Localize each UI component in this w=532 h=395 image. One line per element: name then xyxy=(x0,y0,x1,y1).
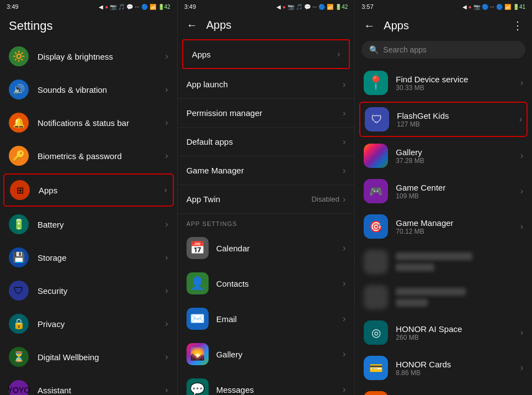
assistant-label: Assistant xyxy=(38,386,165,395)
calendar-label: Calendar xyxy=(216,244,343,253)
blurred-icon-2 xyxy=(364,285,388,309)
email-label: Email xyxy=(216,314,343,324)
game-manager-text: Game Manager 70.12 MB xyxy=(396,218,520,235)
assistant-text: Assistant xyxy=(38,386,165,395)
gallery-text: Gallery xyxy=(216,350,343,359)
apps-icon: ⊞ xyxy=(10,180,30,200)
settings-item-battery[interactable]: 🔋 Battery › xyxy=(0,208,177,241)
settings-list: 🔆 Display & brightness › 🔊 Sounds & vibr… xyxy=(0,38,177,395)
search-bar[interactable]: 🔍 Search apps xyxy=(361,41,525,59)
biometrics-chevron: › xyxy=(165,151,168,161)
settings-item-notifications[interactable]: 🔔 Notifications & status bar › xyxy=(0,106,177,139)
menu-item-app-twin[interactable]: App Twin Disabled › xyxy=(178,185,355,214)
settings-item-storage[interactable]: 💾 Storage › xyxy=(0,241,177,274)
settings-item-security[interactable]: 🛡 Security › xyxy=(0,274,177,307)
security-chevron: › xyxy=(165,286,168,296)
back-button-3[interactable]: ← xyxy=(364,19,375,32)
email-icon: ✉️ xyxy=(187,308,209,330)
find-device-size: 30.33 MB xyxy=(396,84,520,92)
status-icons-3: ◀ ● 📷 🔵 ··· 🔵 📶 🔋41 xyxy=(462,4,526,10)
privacy-icon: 🔒 xyxy=(9,314,29,334)
app-list: 📍 Find Device service 30.33 MB › 🛡 Flash… xyxy=(355,63,532,395)
find-device-text: Find Device service 30.33 MB xyxy=(396,75,520,92)
settings-item-apps[interactable]: ⊞ Apps › xyxy=(3,173,174,207)
notifications-chevron: › xyxy=(165,118,168,128)
game-center-chevron: › xyxy=(520,186,523,196)
settings-item-sounds[interactable]: 🔊 Sounds & vibration › xyxy=(0,73,177,106)
settings-item-privacy[interactable]: 🔒 Privacy › xyxy=(0,307,177,340)
contacts-icon: 👤 xyxy=(187,272,209,294)
app-list-item-gallery[interactable]: Gallery 37.28 MB › xyxy=(355,138,532,173)
menu-default-apps-chevron: › xyxy=(343,137,345,147)
app-item-contacts[interactable]: 👤 Contacts › xyxy=(178,266,355,301)
gallery-list-size: 37.28 MB xyxy=(396,157,520,165)
sounds-text: Sounds & vibration xyxy=(38,85,165,94)
menu-item-permission-manager[interactable]: Permission manager › xyxy=(178,99,355,128)
menu-permission-label: Permission manager xyxy=(187,108,343,118)
app-list-item-flashget[interactable]: 🛡 FlashGet Kids 127 MB › xyxy=(359,102,528,137)
apps-text: Apps xyxy=(39,186,164,195)
blurred-item-2 xyxy=(355,280,532,315)
blurred-size-1 xyxy=(396,264,434,271)
app-list-item-game-manager[interactable]: 🎯 Game Manager 70.12 MB › xyxy=(355,209,532,244)
privacy-text: Privacy xyxy=(38,319,165,329)
display-icon: 🔆 xyxy=(9,46,29,66)
app-settings-section-header: APP SETTINGS xyxy=(178,214,355,230)
blurred-item-1 xyxy=(355,244,532,280)
back-button-2[interactable]: ← xyxy=(187,19,198,31)
storage-chevron: › xyxy=(165,252,168,262)
app-list-item-find-device[interactable]: 📍 Find Device service 30.33 MB › xyxy=(355,65,532,101)
game-center-text: Game Center 109 MB xyxy=(396,183,520,200)
menu-app-twin-label: App Twin xyxy=(187,194,312,204)
calendar-icon: 📅 xyxy=(187,237,209,259)
status-bar-1: 3:49 ◀ ● 📷 🎵 💬 ··· 🔵 📶 🔋42 xyxy=(0,0,177,13)
app-list-title: Apps xyxy=(384,19,409,32)
messages-label: Messages xyxy=(216,385,343,394)
digital-icon: ⏳ xyxy=(9,347,29,367)
app-list-item-honor-cards[interactable]: 💳 HONOR Cards 8.86 MB › xyxy=(355,350,532,386)
battery-text: Battery xyxy=(38,220,165,229)
calendar-chevron: › xyxy=(343,243,345,253)
digital-text: Digital Wellbeing xyxy=(38,352,165,362)
settings-item-digital[interactable]: ⏳ Digital Wellbeing › xyxy=(0,340,177,373)
apps-label: Apps xyxy=(39,186,164,195)
contacts-label: Contacts xyxy=(216,279,343,288)
app-item-messages[interactable]: 💬 Messages › xyxy=(178,372,355,395)
app-list-item-honor-ai[interactable]: ◎ HONOR AI Space 260 MB › xyxy=(355,315,532,350)
settings-item-biometrics[interactable]: 🔑 Biometrics & password › xyxy=(0,139,177,172)
app-list-item-honor-choice[interactable]: 🛍 HONOR Choice 103 MB › xyxy=(355,386,532,395)
email-chevron: › xyxy=(343,314,345,324)
gallery-chevron: › xyxy=(343,349,345,359)
menu-game-manager-chevron: › xyxy=(343,166,345,176)
app-item-calendar[interactable]: 📅 Calendar › xyxy=(178,230,355,266)
settings-header: Settings xyxy=(0,13,177,38)
status-bar-2: 3:49 ◀ ● 📷 🎵 💬 ··· 🔵 📶 🔋42 xyxy=(178,0,355,13)
messages-chevron: › xyxy=(343,385,345,394)
biometrics-label: Biometrics & password xyxy=(38,151,165,161)
menu-item-apps[interactable]: Apps › xyxy=(182,39,350,69)
settings-title: Settings xyxy=(9,19,168,33)
gallery-icon: 🌄 xyxy=(187,343,209,365)
game-center-icon: 🎮 xyxy=(364,179,388,203)
settings-item-display[interactable]: 🔆 Display & brightness › xyxy=(0,40,177,73)
menu-item-default-apps[interactable]: Default apps › xyxy=(178,128,355,156)
game-manager-icon: 🎯 xyxy=(364,214,388,239)
blurred-text-2 xyxy=(396,288,523,307)
more-button-3[interactable]: ⋮ xyxy=(512,19,523,32)
blurred-icon-1 xyxy=(364,250,388,274)
assistant-chevron: › xyxy=(165,385,168,395)
flashget-text: FlashGet Kids 127 MB xyxy=(397,111,519,128)
menu-item-app-launch[interactable]: App launch › xyxy=(178,70,355,99)
settings-item-assistant[interactable]: YOYO Assistant › xyxy=(0,373,177,395)
digital-chevron: › xyxy=(165,352,168,362)
app-item-gallery[interactable]: 🌄 Gallery › xyxy=(178,336,355,372)
time-1: 3:49 xyxy=(7,3,18,10)
honor-ai-name: HONOR AI Space xyxy=(396,324,520,334)
app-list-item-game-center[interactable]: 🎮 Game Center 109 MB › xyxy=(355,173,532,209)
find-device-name: Find Device service xyxy=(396,75,520,84)
find-device-icon: 📍 xyxy=(364,71,388,95)
display-text: Display & brightness xyxy=(38,52,165,61)
status-icons-2: ◀ ● 📷 🎵 💬 ··· 🔵 📶 🔋42 xyxy=(276,4,348,10)
app-item-email[interactable]: ✉️ Email › xyxy=(178,301,355,336)
menu-item-game-manager[interactable]: Game Manager › xyxy=(178,156,355,185)
